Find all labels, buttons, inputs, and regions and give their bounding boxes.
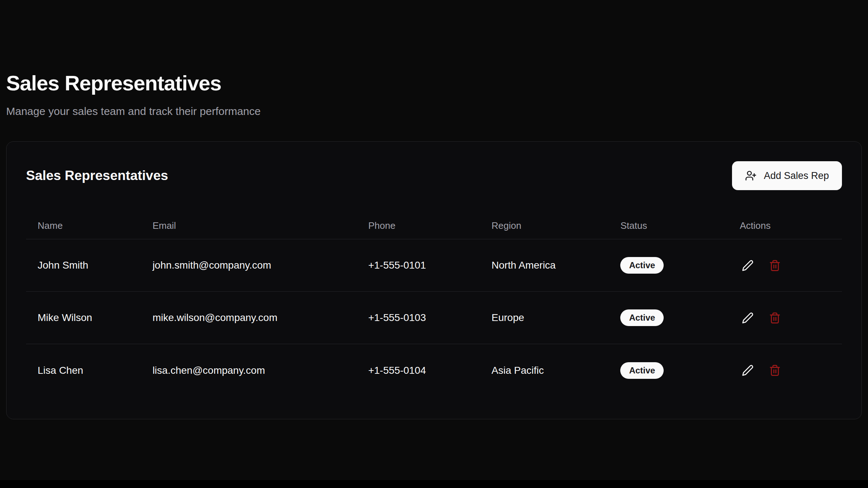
edit-button[interactable]: [740, 257, 756, 274]
rep-email: mike.wilson@company.com: [141, 312, 357, 324]
rep-phone: +1-555-0103: [357, 312, 480, 324]
column-header-name: Name: [26, 220, 141, 231]
page-subtitle: Manage your sales team and track their p…: [6, 105, 862, 117]
sales-reps-card: Sales Representatives Add Sales Rep Name…: [6, 141, 862, 419]
delete-button[interactable]: [767, 257, 783, 274]
card-title: Sales Representatives: [26, 168, 168, 183]
page-title: Sales Representatives: [6, 71, 862, 95]
add-sales-rep-label: Add Sales Rep: [764, 170, 829, 181]
table-row: John Smith john.smith@company.com +1-555…: [26, 239, 842, 292]
table-row: Mike Wilson mike.wilson@company.com +1-5…: [26, 292, 842, 344]
rep-status-cell: Active: [609, 309, 728, 326]
trash-icon: [769, 364, 781, 376]
edit-button[interactable]: [740, 362, 756, 378]
rep-name: John Smith: [26, 260, 141, 271]
rep-status-cell: Active: [609, 362, 728, 379]
rep-name: Mike Wilson: [26, 312, 141, 324]
column-header-status: Status: [609, 220, 728, 231]
rep-email: lisa.chen@company.com: [141, 365, 357, 376]
status-badge: Active: [620, 257, 664, 274]
column-header-email: Email: [141, 220, 357, 231]
edit-button[interactable]: [740, 310, 756, 326]
rep-phone: +1-555-0101: [357, 260, 480, 271]
pencil-icon: [742, 260, 754, 271]
status-badge: Active: [620, 309, 664, 326]
rep-phone: +1-555-0104: [357, 365, 480, 376]
table-header-row: Name Email Phone Region Status Actions: [26, 213, 842, 239]
table-body: John Smith john.smith@company.com +1-555…: [26, 239, 842, 397]
pencil-icon: [742, 364, 754, 376]
bottom-bar: [0, 480, 868, 488]
column-header-actions: Actions: [728, 220, 842, 231]
rep-region: North America: [480, 260, 609, 271]
pencil-icon: [742, 312, 754, 324]
delete-button[interactable]: [767, 310, 783, 326]
page: Sales Representatives Manage your sales …: [0, 0, 868, 419]
table-row: Lisa Chen lisa.chen@company.com +1-555-0…: [26, 344, 842, 397]
card-header: Sales Representatives Add Sales Rep: [26, 161, 842, 190]
add-sales-rep-button[interactable]: Add Sales Rep: [732, 161, 842, 190]
column-header-phone: Phone: [357, 220, 480, 231]
rep-actions-cell: [728, 310, 842, 326]
sales-reps-table: Name Email Phone Region Status Actions J…: [26, 213, 842, 397]
rep-status-cell: Active: [609, 257, 728, 274]
rep-actions-cell: [728, 257, 842, 274]
column-header-region: Region: [480, 220, 609, 231]
status-badge: Active: [620, 362, 664, 379]
delete-button[interactable]: [767, 362, 783, 378]
trash-icon: [769, 312, 781, 324]
rep-email: john.smith@company.com: [141, 260, 357, 271]
rep-region: Europe: [480, 312, 609, 324]
trash-icon: [769, 260, 781, 271]
rep-actions-cell: [728, 362, 842, 378]
user-plus-icon: [745, 170, 757, 181]
rep-region: Asia Pacific: [480, 365, 609, 376]
rep-name: Lisa Chen: [26, 365, 141, 376]
